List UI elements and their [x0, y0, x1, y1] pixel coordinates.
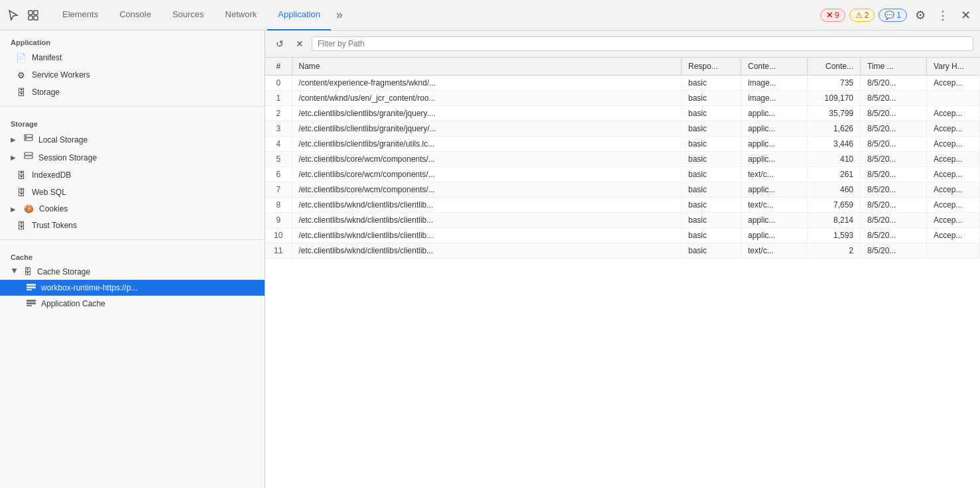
- table-row[interactable]: 11/etc.clientlibs/wknd/clientlibs/client…: [265, 243, 980, 259]
- warn-icon: ⚠: [855, 11, 863, 20]
- service-workers-label: Service Workers: [32, 70, 254, 80]
- trust-tokens-icon: 🗄: [16, 220, 27, 231]
- cursor-icon[interactable]: [5, 7, 21, 23]
- table-row[interactable]: 4/etc.clientlibs/clientlibs/granite/util…: [265, 137, 980, 152]
- table-row[interactable]: 9/etc.clientlibs/wknd/clientlibs/clientl…: [265, 213, 980, 228]
- col-header-time[interactable]: Time ...: [861, 58, 927, 76]
- tab-application[interactable]: Application: [267, 0, 331, 30]
- table-cell-resp: basic: [682, 76, 741, 91]
- warn-badge[interactable]: ⚠ 2: [849, 9, 875, 22]
- table-cell-time: 8/5/20...: [861, 106, 927, 121]
- table-row[interactable]: 5/etc.clientlibs/core/wcm/components/...…: [265, 152, 980, 167]
- tab-elements[interactable]: Elements: [52, 0, 109, 30]
- table-cell-num: 7: [265, 182, 292, 198]
- table-row[interactable]: 7/etc.clientlibs/core/wcm/components/...…: [265, 182, 980, 198]
- col-header-response[interactable]: Respo...: [682, 58, 741, 76]
- sidebar-item-indexeddb[interactable]: 🗄 IndexedDB: [0, 166, 265, 184]
- cache-table: # Name Respo... Conte... Conte... Time .…: [265, 58, 980, 488]
- table-cell-vary: Accep...: [927, 121, 980, 137]
- table-cell-resp: basic: [682, 106, 741, 121]
- trust-tokens-label: Trust Tokens: [32, 221, 254, 230]
- divider-1: [0, 106, 265, 107]
- table-cell-name: /etc.clientlibs/clientlibs/granite/jquer…: [292, 106, 682, 121]
- cache-section-label: Cache: [0, 245, 265, 264]
- tab-network[interactable]: Network: [215, 0, 268, 30]
- tab-console[interactable]: Console: [109, 0, 162, 30]
- app-cache-icon: [27, 299, 36, 308]
- col-header-num: #: [265, 58, 292, 76]
- service-workers-icon: ⚙: [16, 70, 27, 80]
- table-cell-resp: basic: [682, 137, 741, 152]
- table-row[interactable]: 3/etc.clientlibs/clientlibs/granite/jque…: [265, 121, 980, 137]
- settings-button[interactable]: ⚙: [911, 6, 930, 25]
- application-section-label: Application: [0, 30, 265, 49]
- error-count: 9: [835, 11, 839, 20]
- col-header-content-type[interactable]: Conte...: [741, 58, 808, 76]
- table-cell-name: /content/experience-fragments/wknd/...: [292, 76, 682, 91]
- table-row[interactable]: 8/etc.clientlibs/wknd/clientlibs/clientl…: [265, 198, 980, 213]
- svg-rect-13: [27, 300, 36, 302]
- refresh-button[interactable]: ↺: [272, 36, 288, 52]
- clear-button[interactable]: ✕: [292, 36, 308, 52]
- svg-rect-15: [27, 305, 32, 306]
- sidebar-item-storage[interactable]: 🗄 Storage: [0, 84, 265, 101]
- col-header-vary[interactable]: Vary H...: [927, 58, 980, 76]
- sidebar-item-session-storage[interactable]: ▶ Session Storage: [0, 149, 265, 166]
- cache-storage-label: Cache Storage: [37, 267, 90, 276]
- table-cell-name: /etc.clientlibs/wknd/clientlibs/clientli…: [292, 243, 682, 259]
- cache-storage-arrow: ▶: [11, 268, 19, 276]
- svg-rect-11: [27, 286, 36, 288]
- table-cell-vary: Accep...: [927, 228, 980, 243]
- sidebar-item-cookies[interactable]: ▶ 🍪 Cookies: [0, 201, 265, 217]
- sidebar-item-trust-tokens[interactable]: 🗄 Trust Tokens: [0, 217, 265, 234]
- col-header-content-length[interactable]: Conte...: [808, 58, 861, 76]
- sidebar-item-service-workers[interactable]: ⚙ Service Workers: [0, 66, 265, 84]
- table-cell-ctype: applic...: [741, 213, 808, 228]
- inspect-icon[interactable]: [25, 7, 41, 23]
- table-row[interactable]: 1/content/wknd/us/en/_jcr_content/roo...…: [265, 91, 980, 106]
- table-cell-name: /etc.clientlibs/wknd/clientlibs/clientli…: [292, 198, 682, 213]
- sidebar-item-workbox[interactable]: workbox-runtime-https://p...: [0, 280, 265, 296]
- content-panel: ↺ ✕ # Name Respo... Conte... Conte... Ti…: [265, 30, 980, 488]
- more-options-button[interactable]: ⋮: [934, 6, 952, 25]
- sidebar-item-local-storage[interactable]: ▶ Local Storage: [0, 131, 265, 149]
- col-header-name[interactable]: Name: [292, 58, 682, 76]
- table-row[interactable]: 10/etc.clientlibs/wknd/clientlibs/client…: [265, 228, 980, 243]
- table-cell-clen: 8,214: [808, 213, 861, 228]
- filter-input[interactable]: [312, 36, 973, 51]
- table-cell-resp: basic: [682, 243, 741, 259]
- table-row[interactable]: 0/content/experience-fragments/wknd/...b…: [265, 76, 980, 91]
- table-cell-time: 8/5/20...: [861, 91, 927, 106]
- table-cell-ctype: applic...: [741, 137, 808, 152]
- table-cell-ctype: applic...: [741, 152, 808, 167]
- table-cell-num: 5: [265, 152, 292, 167]
- tab-sources[interactable]: Sources: [162, 0, 215, 30]
- warn-count: 2: [865, 11, 869, 20]
- table-cell-name: /etc.clientlibs/core/wcm/components/...: [292, 152, 682, 167]
- workbox-label: workbox-runtime-https://p...: [41, 283, 137, 292]
- toolbar-right: ✕ 9 ⚠ 2 💬 1 ⚙ ⋮ ✕: [820, 6, 975, 25]
- table-row[interactable]: 2/etc.clientlibs/clientlibs/granite/jque…: [265, 106, 980, 121]
- sidebar-item-app-cache[interactable]: Application Cache: [0, 296, 265, 312]
- table-cell-time: 8/5/20...: [861, 137, 927, 152]
- svg-rect-12: [27, 289, 32, 290]
- table-cell-vary: Accep...: [927, 182, 980, 198]
- devtools-toolbar: Elements Console Sources Network Applica…: [0, 0, 980, 30]
- table-cell-resp: basic: [682, 198, 741, 213]
- error-badge[interactable]: ✕ 9: [820, 9, 845, 22]
- storage-icon: 🗄: [16, 87, 27, 97]
- table-cell-resp: basic: [682, 121, 741, 137]
- sidebar-item-manifest[interactable]: 📄 Manifest: [0, 49, 265, 66]
- table-cell-num: 0: [265, 76, 292, 91]
- svg-rect-3: [34, 16, 38, 20]
- sidebar: Application 📄 Manifest ⚙ Service Workers…: [0, 30, 265, 488]
- sidebar-item-cache-storage[interactable]: ▶ 🗄 Cache Storage: [0, 264, 265, 280]
- table-row[interactable]: 6/etc.clientlibs/core/wcm/components/...…: [265, 167, 980, 182]
- more-tabs-button[interactable]: »: [331, 0, 348, 30]
- msg-badge[interactable]: 💬 1: [879, 9, 907, 22]
- svg-rect-8: [25, 152, 32, 155]
- svg-rect-0: [29, 11, 32, 15]
- close-button[interactable]: ✕: [956, 6, 975, 25]
- sidebar-item-websql[interactable]: 🗄 Web SQL: [0, 184, 265, 201]
- table-cell-num: 3: [265, 121, 292, 137]
